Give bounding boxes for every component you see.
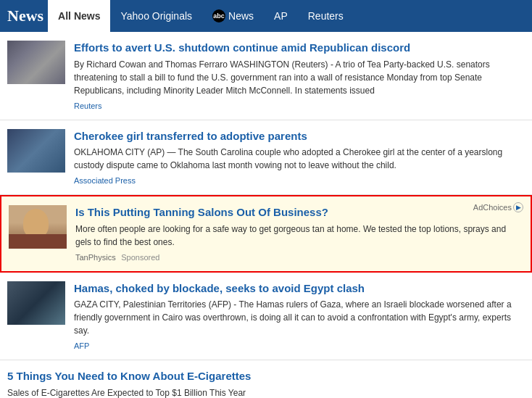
article-desc: OKLAHOMA CITY (AP) — The South Carolina … [74,146,525,172]
article-content: Efforts to avert U.S. shutdown continue … [74,41,525,111]
article-item: Cherokee girl transferred to adoptive pa… [0,120,532,196]
article-desc: More often people are looking for a safe… [75,223,523,249]
article-content: Hamas, choked by blockade, seeks to avoi… [74,281,525,352]
article-thumbnail [7,129,65,173]
article-source[interactable]: TanPhysics [75,253,116,262]
article-thumbnail [7,41,65,84]
article-item: Efforts to avert U.S. shutdown continue … [0,32,532,120]
ad-choices[interactable]: AdChoices ▶ [473,202,523,212]
nav-bar: News All News Yahoo Originals abcNews AP… [0,0,532,32]
article-thumbnail [7,281,65,325]
article-thumbnail [9,205,67,249]
article-content: Is This Putting Tanning Salons Out Of Bu… [75,205,523,262]
article-source[interactable]: Associated Press [74,176,136,185]
article-title[interactable]: Efforts to avert U.S. shutdown continue … [74,41,525,55]
nav-tabs: All News Yahoo Originals abcNews AP Reut… [48,0,354,32]
ad-choices-label: AdChoices [473,203,512,212]
article-source[interactable]: Reuters [74,101,102,110]
abc-icon: abc [212,9,225,22]
logo-text: News [7,7,43,25]
tab-all-news[interactable]: All News [48,0,110,32]
ad-article-item: AdChoices ▶ Is This Putting Tanning Salo… [0,195,532,273]
article-content: 5 Things You Need to Know About E-Cigare… [7,369,525,398]
article-title[interactable]: 5 Things You Need to Know About E-Cigare… [7,369,525,384]
article-item: Hamas, choked by blockade, seeks to avoi… [0,273,532,361]
article-content: Cherokee girl transferred to adoptive pa… [74,129,525,186]
article-source[interactable]: AFP [74,341,89,350]
nav-logo: News [7,7,43,25]
ad-choices-icon: ▶ [513,202,523,212]
article-title[interactable]: Cherokee girl transferred to adoptive pa… [74,129,525,144]
article-item: 5 Things You Need to Know About E-Cigare… [0,360,532,398]
article-title[interactable]: Hamas, choked by blockade, seeks to avoi… [74,281,525,296]
tab-abc-news[interactable]: abcNews [202,0,264,32]
tab-ap[interactable]: AP [264,0,298,32]
tab-yahoo-originals[interactable]: Yahoo Originals [110,0,202,32]
article-desc: Sales of E-Cigarettes Are Expected to To… [7,386,525,399]
article-title[interactable]: Is This Putting Tanning Salons Out Of Bu… [75,205,523,220]
article-desc: By Richard Cowan and Thomas Ferraro WASH… [74,58,525,97]
tab-reuters[interactable]: Reuters [298,0,354,32]
article-desc: GAZA CITY, Palestinian Territories (AFP)… [74,298,525,337]
sponsored-label: Sponsored [121,253,159,262]
articles-container: Efforts to avert U.S. shutdown continue … [0,32,532,398]
